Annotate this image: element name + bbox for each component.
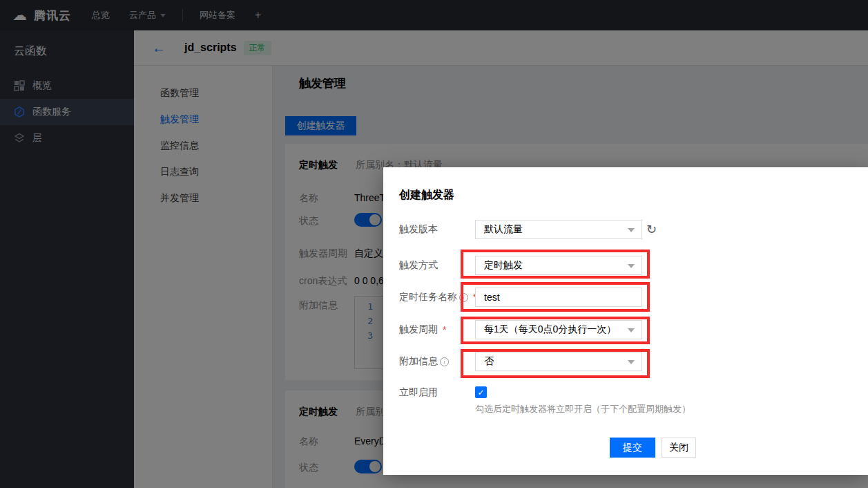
tencent-cloud-console: ☁ 腾讯云 总览 云产品 网站备案 + 云函数 概览 函数服务: [0, 0, 868, 488]
chevron-down-icon: [628, 328, 635, 332]
enable-now-hint: 勾选后定时触发器将立即开启（于下个配置周期触发）: [475, 403, 691, 415]
chevron-down-icon: [628, 264, 635, 268]
trigger-cycle-select-value: 每1天（每天0点0分执行一次）: [484, 323, 616, 336]
extra-info-select[interactable]: 否: [475, 352, 642, 371]
version-select[interactable]: 默认流量: [475, 220, 642, 239]
trigger-type-select-value: 定时触发: [484, 259, 523, 272]
version-select-value: 默认流量: [484, 223, 523, 236]
chevron-down-icon: [628, 228, 635, 232]
check-icon: ✓: [477, 388, 484, 397]
trigger-cycle-label: 触发周期 *: [399, 320, 446, 339]
info-icon[interactable]: i: [440, 357, 449, 366]
info-icon[interactable]: i: [459, 293, 468, 302]
trigger-type-label: 触发方式: [399, 256, 438, 275]
trigger-type-select[interactable]: 定时触发: [475, 256, 642, 275]
refresh-icon[interactable]: ↻: [646, 220, 657, 239]
trigger-cycle-label-text: 触发周期: [399, 323, 438, 336]
close-button[interactable]: 关闭: [662, 438, 696, 458]
required-asterisk: *: [443, 324, 446, 335]
submit-button[interactable]: 提交: [610, 438, 655, 458]
modal-title: 创建触发器: [399, 188, 454, 203]
task-name-input[interactable]: [475, 288, 642, 307]
create-trigger-modal: 创建触发器 触发版本 默认流量 ↻ 触发方式 定时触发 定时任务名称 i * 触…: [383, 167, 868, 475]
enable-now-checkbox[interactable]: ✓: [475, 386, 487, 398]
version-label: 触发版本: [399, 220, 438, 239]
task-name-label-text: 定时任务名称: [399, 291, 457, 303]
enable-now-label: 立即启用: [399, 383, 438, 402]
extra-info-label-text: 附加信息: [399, 355, 438, 368]
task-name-label: 定时任务名称 i *: [399, 288, 476, 307]
trigger-cycle-select[interactable]: 每1天（每天0点0分执行一次）: [475, 320, 642, 339]
chevron-down-icon: [628, 360, 635, 364]
extra-info-label: 附加信息 i: [399, 352, 449, 371]
extra-info-select-value: 否: [484, 355, 494, 368]
